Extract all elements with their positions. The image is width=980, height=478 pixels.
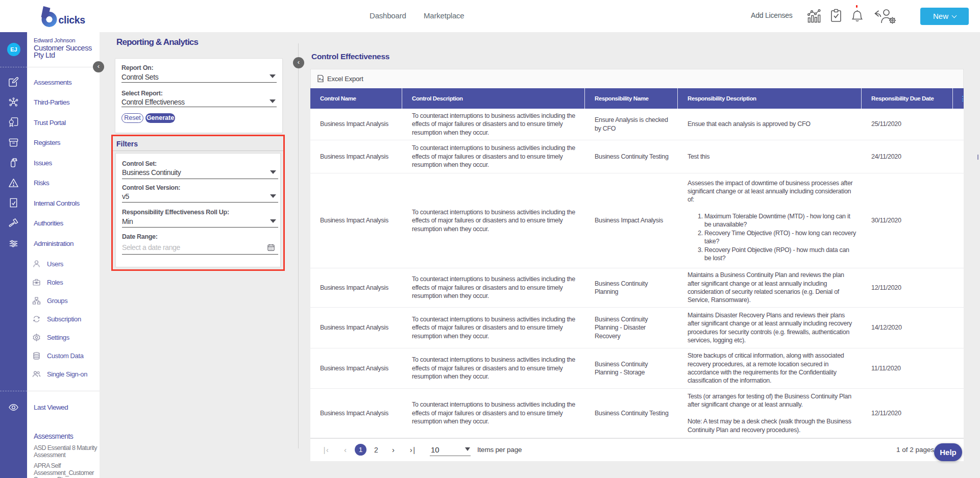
svg-text:clicks: clicks — [59, 14, 86, 26]
svg-text:x: x — [319, 77, 322, 81]
